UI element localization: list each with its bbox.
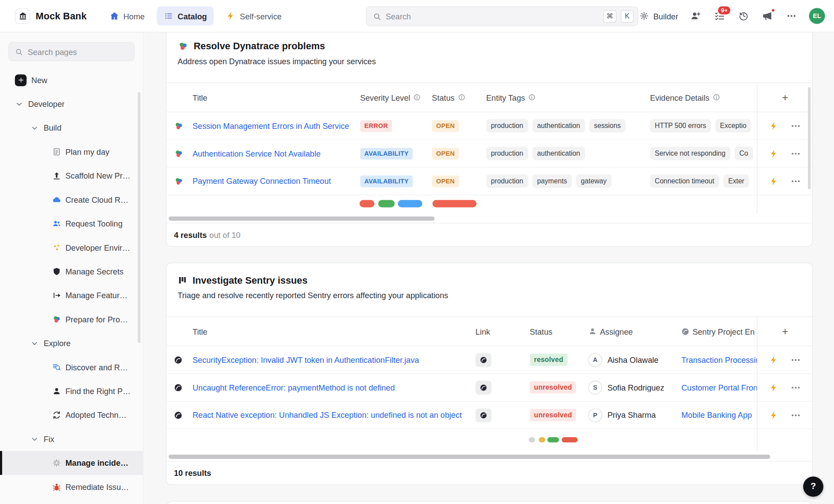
bank-logo-icon xyxy=(15,8,30,24)
add-column-button[interactable]: + xyxy=(782,92,788,102)
sidebar-item-scaffold[interactable]: Scaffold New Pr… xyxy=(0,164,143,187)
issue-title-link[interactable]: Uncaught ReferenceError: paymentMethod i… xyxy=(193,383,395,392)
column-header-status[interactable]: Status xyxy=(432,83,486,112)
column-header-entity-tags[interactable]: Entity Tags xyxy=(486,83,650,112)
sidebar-item-manage-secrets[interactable]: Manage Secrets xyxy=(0,259,143,283)
column-header-assignee[interactable]: Assignee xyxy=(588,317,677,346)
shield-icon xyxy=(52,267,62,276)
announcements-button[interactable] xyxy=(761,10,774,22)
sidebar-search[interactable] xyxy=(8,42,135,62)
sidebar-item-adopted-tech[interactable]: Adopted Techn… xyxy=(0,403,143,427)
row-menu-button[interactable] xyxy=(790,382,801,393)
sidebar-section-developer[interactable]: Developer xyxy=(0,92,143,116)
issue-title-link[interactable]: React Native exception: Unhandled JS Exc… xyxy=(193,411,462,420)
skeleton-chip xyxy=(432,200,476,208)
tasks-button[interactable]: 9+ xyxy=(713,10,726,22)
invite-users-button[interactable] xyxy=(689,10,702,22)
info-icon xyxy=(528,94,536,101)
sidebar-section-build[interactable]: Build xyxy=(0,116,143,140)
dots-cluster-icon xyxy=(52,243,62,252)
global-search-input[interactable] xyxy=(386,12,599,21)
severity-badge: ERROR xyxy=(360,120,392,132)
sidebar-item-request-tooling[interactable]: Request Tooling xyxy=(0,212,143,235)
status-badge: OPEN xyxy=(432,175,459,187)
project-link[interactable]: Customer Portal Front xyxy=(681,383,757,392)
global-search[interactable]: ⌘ K xyxy=(366,7,638,26)
chevron-down-icon xyxy=(15,100,23,108)
nav-home[interactable]: Home xyxy=(102,7,151,26)
section-label: Developer xyxy=(28,99,65,109)
user-avatar[interactable]: EL xyxy=(809,8,825,24)
card-subtitle: Triage and resolve recently reported Sen… xyxy=(166,287,812,302)
row-menu-button[interactable] xyxy=(790,148,801,159)
run-action-button[interactable] xyxy=(769,383,779,392)
horizontal-scrollbar[interactable] xyxy=(166,453,812,461)
entity-title-link[interactable]: Authentication Service Not Available xyxy=(193,149,321,158)
sidebar-search-input[interactable] xyxy=(28,47,128,56)
document-icon xyxy=(52,147,62,157)
project-link[interactable]: Mobile Banking App xyxy=(681,411,752,420)
run-action-button[interactable] xyxy=(769,410,779,420)
sidebar-section-fix[interactable]: Fix xyxy=(0,427,143,451)
sidebar-item-create-cloud[interactable]: Create Cloud R… xyxy=(0,188,143,212)
horizontal-scrollbar[interactable] xyxy=(166,214,812,223)
sentry-link-button[interactable] xyxy=(476,408,491,422)
sidebar-scrollbar[interactable] xyxy=(138,92,140,343)
run-action-button[interactable] xyxy=(769,176,779,186)
sentry-icon xyxy=(480,411,487,419)
column-header-link[interactable]: Link xyxy=(476,317,530,346)
issue-title-link[interactable]: SecurityException: Invalid JWT token in … xyxy=(193,355,419,365)
help-button[interactable]: ? xyxy=(803,476,823,497)
sentry-link-button[interactable] xyxy=(476,353,491,366)
entity-title-link[interactable]: Payment Gateway Connection Timeout xyxy=(193,176,331,186)
ellipsis-icon xyxy=(790,354,801,365)
sidebar-item-new[interactable]: New xyxy=(0,68,143,92)
sidebar-item-label: Create Cloud R… xyxy=(66,195,128,205)
project-link[interactable]: Transaction Processin xyxy=(681,355,757,365)
run-action-button[interactable] xyxy=(769,121,779,131)
column-header-severity[interactable]: Severity Level xyxy=(360,83,432,112)
plus-icon xyxy=(15,74,27,86)
sidebar-item-manage-features[interactable]: Manage Featur… xyxy=(0,284,143,307)
history-button[interactable] xyxy=(737,10,750,22)
chevron-down-icon xyxy=(30,124,39,132)
section-label: Explore xyxy=(44,339,70,348)
add-column-button[interactable]: + xyxy=(782,326,788,336)
column-header-title[interactable]: Title xyxy=(193,83,360,112)
sentry-icon xyxy=(480,356,487,364)
scrollbar-thumb[interactable] xyxy=(168,216,435,221)
sidebar-item-developer-environments[interactable]: Developer Envir… xyxy=(0,236,143,259)
sidebar-item-label: Manage Secrets xyxy=(66,267,124,276)
column-header-evidence[interactable]: Evidence Details xyxy=(650,83,757,112)
row-menu-button[interactable] xyxy=(790,354,801,365)
row-menu-button[interactable] xyxy=(790,410,801,420)
run-action-button[interactable] xyxy=(769,149,779,158)
sidebar-section-explore[interactable]: Explore xyxy=(0,331,143,355)
user-plus-icon xyxy=(691,11,701,21)
vertical-scrollbar[interactable] xyxy=(808,87,811,189)
dynatrace-action-card: Resolve Dynatrace problems Address open … xyxy=(166,33,812,247)
sidebar-item-find-the-right[interactable]: Find the Right P… xyxy=(0,379,143,403)
row-menu-button[interactable] xyxy=(790,176,801,186)
sentry-link-button[interactable] xyxy=(476,380,491,394)
ellipsis-icon xyxy=(790,121,801,131)
nav-catalog[interactable]: Catalog xyxy=(157,7,214,26)
more-button[interactable] xyxy=(785,10,798,22)
sidebar-item-discover[interactable]: Discover and R… xyxy=(0,355,143,379)
nav-self-service[interactable]: Self-service xyxy=(219,7,289,26)
column-header-status[interactable]: Status xyxy=(530,317,588,346)
run-action-button[interactable] xyxy=(769,355,779,365)
column-header-sentry-project[interactable]: Sentry Project En xyxy=(677,317,757,346)
entity-title-link[interactable]: Session Management Errors in Auth Servic… xyxy=(193,121,349,131)
sidebar-item-manage-incidents[interactable]: Manage incide… xyxy=(0,451,143,475)
scrollbar-thumb[interactable] xyxy=(168,455,770,459)
column-header-title[interactable]: Title xyxy=(193,317,476,346)
sidebar-item-prepare-for-production[interactable]: Prepare for Pro… xyxy=(0,307,143,331)
sidebar-item-remediate-issues[interactable]: Remediate Issu… xyxy=(0,475,143,499)
sidebar-item-plan-my-day[interactable]: Plan my day xyxy=(0,140,143,164)
builder-button[interactable]: Builder xyxy=(640,11,678,21)
entity-tag: gateway xyxy=(576,175,611,188)
row-menu-button[interactable] xyxy=(790,121,801,131)
table-row: Uncaught ReferenceError: paymentMethod i… xyxy=(166,374,812,402)
info-icon xyxy=(458,94,465,101)
